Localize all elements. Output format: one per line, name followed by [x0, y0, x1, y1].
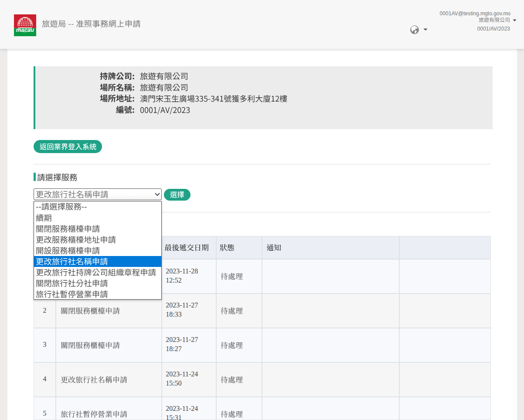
- svg-text:macau: macau: [16, 27, 34, 33]
